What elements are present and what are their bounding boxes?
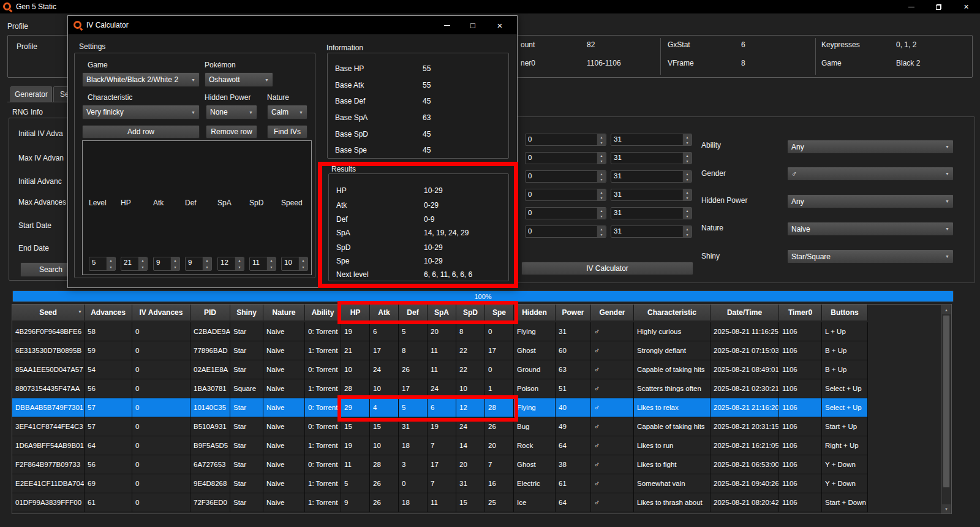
table-cell[interactable]: 7 [428, 436, 456, 455]
table-cell[interactable]: 1106 [779, 322, 822, 341]
table-cell[interactable]: 10 [341, 360, 370, 379]
table-row[interactable]: 01DF99A3839FFF0061072F36ED0StarNaive1: T… [12, 493, 868, 512]
spin-down-icon[interactable]: ▼ [235, 264, 244, 271]
stat-spinbox-spd[interactable]: 11▲▼ [249, 257, 276, 271]
table-cell[interactable]: Naive [263, 417, 305, 436]
table-cell[interactable]: 26 [399, 360, 428, 379]
table-cell[interactable]: Capable of taking hits [634, 417, 710, 436]
spinner-arrows[interactable]: ▲▼ [235, 257, 244, 270]
table-cell[interactable]: 2025-08-21 08:20:42 [710, 493, 779, 512]
table-cell[interactable]: 59 [85, 341, 132, 360]
table-cell[interactable]: 17 [399, 379, 428, 398]
table-cell[interactable]: 85AA1EE50D047A57 [12, 360, 85, 379]
game-select[interactable]: Black/White/Black 2/White 2▼ [82, 72, 200, 87]
table-cell[interactable]: Rock [514, 436, 556, 455]
table-cell[interactable]: 11 [428, 360, 456, 379]
hidden-power-filter-select[interactable]: Any▼ [787, 194, 954, 208]
table-cell[interactable]: 1BA30781 [190, 379, 230, 398]
table-cell[interactable]: 40 [556, 398, 591, 417]
table-cell[interactable]: ♂ [591, 360, 634, 379]
ability-filter-select[interactable]: Any▼ [787, 140, 954, 154]
add-row-button[interactable]: Add row [82, 125, 200, 138]
scroll-down-icon[interactable]: ▼ [942, 504, 951, 514]
table-cell[interactable]: 0 [132, 474, 190, 493]
table-cell[interactable]: Naive [263, 493, 305, 512]
iv-min-spinbox[interactable]: 0▲▼ [525, 134, 606, 146]
spin-down-icon[interactable]: ▼ [597, 140, 606, 145]
spinner-arrows[interactable]: ▲▼ [106, 257, 115, 270]
table-cell[interactable]: 0: Torrent [305, 360, 341, 379]
table-cell[interactable]: Naive [263, 455, 305, 474]
table-cell[interactable]: Star [230, 417, 263, 436]
column-header-timer0[interactable]: Timer0 [779, 305, 822, 320]
spin-down-icon[interactable]: ▼ [597, 158, 606, 164]
spinner-arrows[interactable]: ▲▼ [298, 257, 307, 270]
table-cell[interactable]: 14 [456, 436, 485, 455]
table-cell[interactable]: 1: Torrent [305, 379, 341, 398]
pokemon-select[interactable]: Oshawott▼ [205, 72, 273, 87]
table-cell[interactable]: 0 [132, 360, 190, 379]
table-cell[interactable]: 01DF99A3839FFF00 [12, 493, 85, 512]
nature-select[interactable]: Calm▼ [267, 105, 307, 119]
iv-calculator-button[interactable]: IV Calculator [521, 262, 693, 275]
restore-icon[interactable] [925, 0, 952, 13]
iv-min-spinbox[interactable]: 0▲▼ [525, 207, 606, 219]
column-header-shiny[interactable]: Shiny [230, 305, 263, 320]
table-cell[interactable]: 26 [370, 474, 399, 493]
scroll-up-icon[interactable]: ▲ [942, 305, 951, 314]
table-cell[interactable]: 1106 [779, 474, 822, 493]
table-cell[interactable]: 19 [428, 417, 456, 436]
table-cell[interactable]: Star [230, 436, 263, 455]
table-cell[interactable]: 56 [85, 455, 132, 474]
iv-max-spinbox[interactable]: 31▲▼ [611, 207, 692, 219]
stat-spinbox-speed[interactable]: 10▲▼ [281, 257, 308, 271]
table-cell[interactable]: DBBA4B5B749F7301 [12, 398, 85, 417]
remove-row-button[interactable]: Remove row [206, 125, 257, 138]
table-cell[interactable]: 0: Torrent [305, 455, 341, 474]
spinner-arrows[interactable]: ▲▼ [682, 171, 692, 182]
table-cell[interactable]: 2025-08-21 20:31:15 [710, 417, 779, 436]
spin-down-icon[interactable]: ▼ [683, 195, 692, 200]
table-cell[interactable]: Ghost [514, 455, 556, 474]
spin-up-icon[interactable]: ▲ [683, 226, 692, 232]
table-cell[interactable]: Naive [263, 474, 305, 493]
table-cell[interactable]: Flying [514, 322, 556, 341]
table-cell[interactable]: 17 [370, 341, 399, 360]
table-cell[interactable]: 29 [341, 398, 370, 417]
table-cell[interactable]: Ground [514, 360, 556, 379]
table-cell[interactable]: 1106 [779, 398, 822, 417]
spin-down-icon[interactable]: ▼ [683, 213, 692, 219]
table-cell[interactable]: 0 [132, 379, 190, 398]
table-cell[interactable]: Naive [263, 379, 305, 398]
table-cell[interactable]: Y + Down [822, 455, 868, 474]
table-cell[interactable]: Star [230, 474, 263, 493]
table-cell[interactable]: 6 [428, 398, 456, 417]
table-cell[interactable]: 72F36ED0 [190, 493, 230, 512]
spin-down-icon[interactable]: ▼ [597, 176, 606, 182]
spinner-arrows[interactable]: ▲▼ [597, 171, 606, 182]
table-cell[interactable]: 0: Torrent [305, 398, 341, 417]
table-cell[interactable]: 24 [370, 360, 399, 379]
spin-down-icon[interactable]: ▼ [597, 195, 606, 200]
table-cell[interactable]: 60 [556, 341, 591, 360]
table-cell[interactable]: 2025-08-21 09:40:26 [710, 474, 779, 493]
table-cell[interactable]: E2EE41CF11DBA704 [12, 474, 85, 493]
table-cell[interactable]: 17 [428, 455, 456, 474]
table-cell[interactable]: Start + Up [822, 417, 868, 436]
table-cell[interactable]: Select + Up [822, 379, 868, 398]
table-cell[interactable]: 10 [456, 379, 485, 398]
spin-down-icon[interactable]: ▼ [683, 158, 692, 164]
table-cell[interactable]: 2025-08-21 16:21:05 [710, 436, 779, 455]
spinner-arrows[interactable]: ▲▼ [682, 226, 692, 237]
table-cell[interactable]: 24 [456, 417, 485, 436]
column-header-ability[interactable]: Ability [305, 305, 341, 320]
iv-max-spinbox[interactable]: 31▲▼ [611, 226, 692, 238]
table-cell[interactable]: 0 [485, 322, 514, 341]
gender-filter-select[interactable]: ♂▼ [787, 167, 954, 181]
table-row[interactable]: 3EF41CF8744FE4C3570B510A931StarNaive0: T… [12, 417, 868, 436]
table-cell[interactable]: 61 [85, 493, 132, 512]
column-header-hidden[interactable]: Hidden [514, 305, 556, 320]
column-header-hp[interactable]: HP [341, 305, 370, 320]
hidden-power-select[interactable]: None▼ [206, 105, 257, 119]
table-cell[interactable]: 64 [85, 436, 132, 455]
